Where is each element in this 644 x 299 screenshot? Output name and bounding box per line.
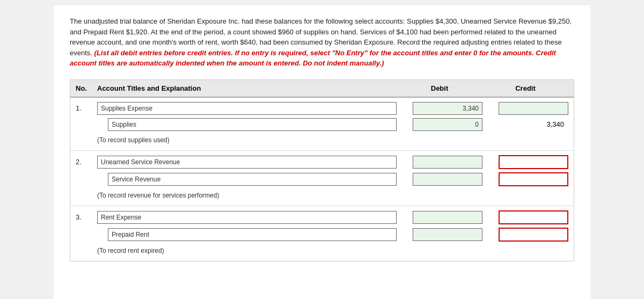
header-debit: Debit (397, 84, 482, 92)
entry-account-cell-2a (97, 156, 397, 169)
entry-debit-cell-2a (397, 156, 482, 169)
debit-input-1a[interactable] (413, 102, 482, 115)
entry-account-cell-1a (97, 102, 397, 115)
entry-no-2: 2. (76, 158, 97, 166)
note-3: (To record rent expired) (76, 245, 568, 257)
header-credit: Credit (482, 84, 568, 92)
debit-input-1b[interactable] (413, 118, 482, 131)
credit-input-3b[interactable] (499, 228, 568, 242)
account-input-1b[interactable] (108, 118, 397, 131)
account-input-2b[interactable] (108, 173, 397, 186)
entry-credit-cell-1b: 3,340 (482, 120, 568, 128)
entry-credit-cell-3a (482, 210, 568, 224)
debit-input-2a[interactable] (413, 156, 482, 169)
entry-row-3a: 3. (76, 210, 568, 224)
account-input-2a[interactable] (97, 156, 397, 169)
entry-credit-cell-2a (482, 155, 568, 169)
entry-credit-cell-2b (482, 172, 568, 186)
credit-input-1a[interactable] (499, 102, 568, 115)
credit-value-1b: 3,340 (546, 120, 564, 128)
entry-credit-cell-3b (482, 228, 568, 242)
entry-account-cell-3b (97, 228, 397, 241)
debit-input-3b[interactable] (413, 228, 482, 241)
entry-debit-cell-3b (397, 228, 482, 241)
journal-table: No. Account Titles and Explanation Debit… (70, 79, 574, 261)
account-input-3a[interactable] (97, 211, 397, 224)
entry-no-3: 3. (76, 213, 97, 221)
note-1: (To record supplies used) (76, 134, 568, 146)
entry-row-2a: 2. (76, 155, 568, 169)
note-2: (To record revenue for services performe… (76, 189, 568, 201)
entry-debit-cell-1b (397, 118, 482, 131)
debit-input-3a[interactable] (413, 211, 482, 224)
entry-debit-cell-3a (397, 211, 482, 224)
credit-input-3a[interactable] (499, 210, 568, 224)
entry-no-1: 1. (76, 104, 97, 112)
entry-account-cell-3a (97, 211, 397, 224)
entry-row-1b: 3,340 (76, 118, 568, 131)
page-container: The unadjusted trial balance of Sheridan… (54, 5, 590, 299)
entry-group-1: 1. 3,3 (70, 98, 574, 151)
intro-paragraph: The unadjusted trial balance of Sheridan… (70, 16, 574, 69)
credit-input-2b[interactable] (499, 172, 568, 186)
entry-account-cell-1b (97, 118, 397, 131)
entry-group-2: 2. (70, 151, 574, 206)
entry-row-2b (76, 172, 568, 186)
entry-group-3: 3. (70, 206, 574, 261)
entry-credit-cell-1a (482, 102, 568, 115)
debit-input-2b[interactable] (413, 173, 482, 186)
account-input-1a[interactable] (97, 102, 397, 115)
header-no: No. (76, 84, 97, 92)
header-account: Account Titles and Explanation (97, 84, 397, 92)
entry-account-cell-2b (97, 173, 397, 186)
entry-debit-cell-2b (397, 173, 482, 186)
entry-row-1a: 1. (76, 102, 568, 115)
credit-input-2a[interactable] (499, 155, 568, 169)
intro-text-bold-red: (List all debit entries before credit en… (70, 49, 556, 68)
entry-debit-cell-1a (397, 102, 482, 115)
account-input-3b[interactable] (108, 228, 397, 241)
entry-row-3b (76, 228, 568, 242)
table-header: No. Account Titles and Explanation Debit… (70, 80, 574, 98)
